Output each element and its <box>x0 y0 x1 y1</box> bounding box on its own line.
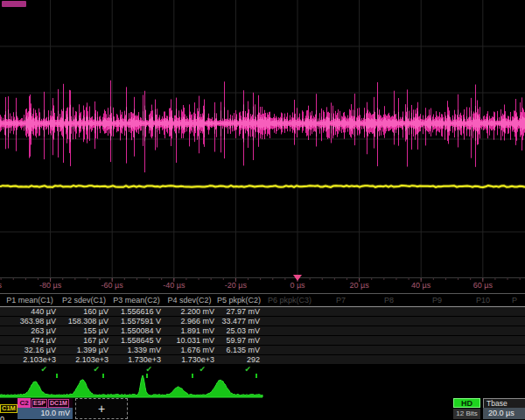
measure-header-inactive-9[interactable]: P9 <box>413 296 461 305</box>
time-axis: -100 µs-80 µs-60 µs-40 µs-20 µs0 µs20 µs… <box>0 278 525 293</box>
time-axis-label: -80 µs <box>39 281 61 290</box>
c1-coupling-tag: C1M <box>0 404 18 413</box>
measure-header-inactive-11[interactable]: P <box>505 296 524 305</box>
measure-header-inactive-7[interactable]: P7 <box>317 296 365 305</box>
add-trace-button[interactable]: + <box>75 398 128 419</box>
measurement-value: 363.98 µV <box>2 317 58 326</box>
c2-channel-label: C2 <box>18 398 31 408</box>
measure-header-inactive-10[interactable]: P10 <box>461 296 505 305</box>
c2-title-bar: C2 ESP DC1M <box>18 398 73 408</box>
measurement-value: 1.550084 V <box>110 326 163 335</box>
timebase-label: Tbase <box>483 398 525 408</box>
measurement-value: 1.891 mV <box>163 326 216 335</box>
measurement-value: 25.03 mV <box>216 326 262 335</box>
measure-header-4[interactable]: P4 sdev(C2) <box>163 296 216 305</box>
measurement-value: 474 µV <box>2 336 58 345</box>
hd-mode-badge[interactable]: HD 12 Bits <box>453 398 480 419</box>
oscilloscope-screen: -100 µs-80 µs-60 µs-40 µs-20 µs0 µs20 µs… <box>0 0 525 420</box>
channel-c1-descriptor[interactable]: C1M 0 mV <box>0 398 17 419</box>
time-axis-label: 0 µs <box>290 281 304 290</box>
measurement-value: 2.103e+3 <box>2 355 58 364</box>
time-axis-label: -100 µs <box>0 281 2 290</box>
descriptor-bar: C1M 0 mV C2 ESP DC1M 10.0 mV + HD 12 Bit… <box>0 398 525 420</box>
measurement-value: 155 µV <box>58 326 110 335</box>
measurement-value: 32.16 µV <box>2 346 58 354</box>
measurement-value: 158.308 µV <box>58 317 110 326</box>
measurement-value: 263 µV <box>2 326 58 335</box>
channel-c2-descriptor[interactable]: C2 ESP DC1M 10.0 mV <box>18 398 73 419</box>
measurement-value: 292 <box>216 355 262 364</box>
top-left-badge <box>2 1 26 7</box>
plus-icon: + <box>98 402 105 416</box>
measurement-value: 59.97 mV <box>216 336 262 345</box>
measure-header-3[interactable]: P3 mean(C2) <box>110 296 163 305</box>
measurement-value: 1.556616 V <box>110 307 163 316</box>
c2-coupling-tag: DC1M <box>48 399 69 408</box>
c2-scale-value: 10.0 mV <box>18 408 73 419</box>
c1-scale-value: 0 mV <box>0 414 17 420</box>
measure-header-2[interactable]: P2 sdev(C1) <box>58 296 110 305</box>
time-axis-label: -20 µs <box>225 281 247 290</box>
measurement-value: 440 µV <box>2 307 58 316</box>
time-axis-label: 20 µs <box>349 281 368 290</box>
timebase-value: 20.0 µs <box>483 408 525 419</box>
measurement-value: 1.676 mV <box>163 346 216 354</box>
measurement-value: 1.557591 V <box>110 317 163 326</box>
measure-header-inactive-6[interactable]: P6 pkpk(C3) <box>262 296 317 305</box>
trigger-position-marker[interactable] <box>293 275 302 281</box>
measure-header-5[interactable]: P5 pkpk(C2) <box>216 296 262 305</box>
hd-label: HD <box>453 398 480 408</box>
measurement-value: 33.477 mV <box>216 317 262 326</box>
measure-header-inactive-8[interactable]: P8 <box>365 296 413 305</box>
measurement-value: 2.103e+3 <box>58 355 110 364</box>
measurement-value: 1.730e+3 <box>163 355 216 364</box>
measure-header-1[interactable]: P1 mean(C1) <box>2 296 58 305</box>
measurement-value: 1.339 mV <box>110 346 163 354</box>
measurement-value: 2.200 mV <box>163 307 216 316</box>
waveform-plot <box>0 0 525 293</box>
c2-eres-tag: ESP <box>32 399 47 408</box>
hd-bits-label: 12 Bits <box>453 409 480 419</box>
measurement-table: P1 mean(C1)P2 sdev(C1)P3 mean(C2)P4 sdev… <box>0 293 525 379</box>
measurement-value: 10.031 mV <box>163 336 216 345</box>
measurement-value: 1.558645 V <box>110 336 163 345</box>
measurement-value: 160 µV <box>58 307 110 316</box>
time-axis-label: 40 µs <box>411 281 430 290</box>
measurement-value: 2.966 mV <box>163 317 216 326</box>
time-axis-label: 60 µs <box>473 281 493 290</box>
time-axis-label: -60 µs <box>102 281 123 290</box>
measurement-value: 1.730e+3 <box>110 355 163 364</box>
timebase-descriptor[interactable]: Tbase 20.0 µs <box>483 398 525 419</box>
measurement-value: 6.135 mV <box>216 346 262 354</box>
measurement-value: 167 µV <box>58 336 110 345</box>
measurement-value: 1.399 µV <box>58 346 110 354</box>
time-axis-label: -40 µs <box>163 281 185 290</box>
histicon-strip <box>0 373 525 398</box>
measurement-value: 27.97 mV <box>216 307 262 316</box>
